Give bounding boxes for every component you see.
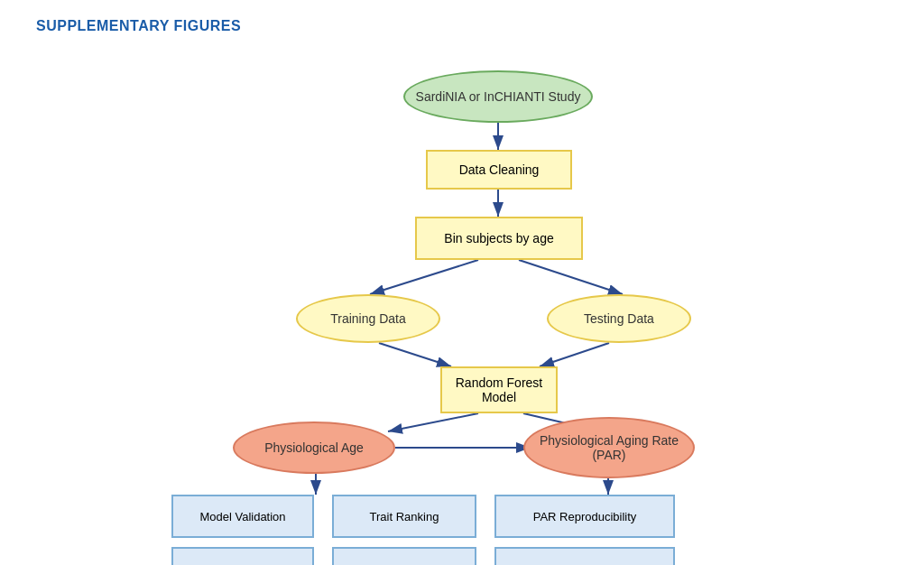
flowchart: SardiNIA or InCHIANTI Study Data Cleanin… (36, 43, 888, 549)
par-node: Physiological Aging Rate (PAR) (523, 417, 695, 478)
par-reproducibility-node: PAR Reproducibility (494, 495, 675, 538)
trait-ranking-node: Trait Ranking (332, 495, 476, 538)
svg-line-5 (379, 343, 451, 366)
svg-line-4 (519, 260, 623, 294)
par-heritability-node: PAR Heritability (171, 547, 314, 565)
data-cleaning-node: Data Cleaning (426, 150, 572, 190)
page: SUPPLEMENTARY FIGURES (0, 0, 924, 565)
mortality-analysis-node: Mortality Analysis (332, 547, 476, 565)
page-title: SUPPLEMENTARY FIGURES (36, 18, 888, 34)
physiological-age-node: Physiological Age (233, 421, 395, 474)
sardinia-node: SardiNIA or InCHIANTI Study (403, 70, 593, 123)
svg-line-6 (540, 343, 609, 366)
random-forest-node: Random Forest Model (440, 366, 558, 413)
gwas-node: GWAS (494, 547, 675, 565)
model-validation-node: Model Validation (171, 495, 314, 538)
svg-line-3 (370, 260, 478, 294)
training-data-node: Training Data (296, 294, 440, 343)
testing-data-node: Testing Data (547, 294, 691, 343)
svg-line-7 (388, 413, 478, 431)
bin-subjects-node: Bin subjects by age (415, 217, 583, 260)
